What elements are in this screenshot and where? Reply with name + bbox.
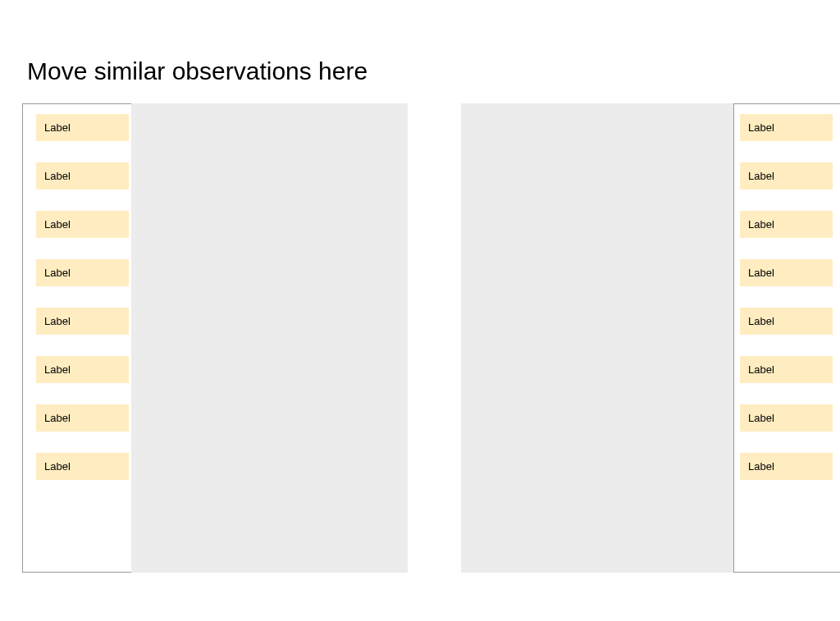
drop-zone-right[interactable] <box>461 103 736 573</box>
observation-label[interactable]: Label <box>740 114 833 141</box>
observation-label[interactable]: Label <box>36 114 129 141</box>
observation-label[interactable]: Label <box>740 453 833 480</box>
page-title: Move similar observations here <box>27 57 368 85</box>
label-column-right: Label Label Label Label Label Label Labe… <box>734 104 840 480</box>
observation-label[interactable]: Label <box>740 211 833 238</box>
observation-label[interactable]: Label <box>740 162 833 189</box>
affinity-frame-right: Label Label Label Label Label Label Labe… <box>733 103 840 573</box>
observation-label[interactable]: Label <box>740 404 833 432</box>
observation-label[interactable]: Label <box>36 259 129 286</box>
drop-zone-left[interactable] <box>131 103 408 573</box>
observation-label[interactable]: Label <box>36 211 129 238</box>
observation-label[interactable]: Label <box>740 259 833 286</box>
observation-label[interactable]: Label <box>740 308 833 335</box>
observation-label[interactable]: Label <box>36 162 129 189</box>
observation-label[interactable]: Label <box>36 308 129 335</box>
observation-label[interactable]: Label <box>36 453 129 480</box>
observation-label[interactable]: Label <box>36 404 129 432</box>
observation-label[interactable]: Label <box>36 356 129 383</box>
observation-label[interactable]: Label <box>740 356 833 383</box>
